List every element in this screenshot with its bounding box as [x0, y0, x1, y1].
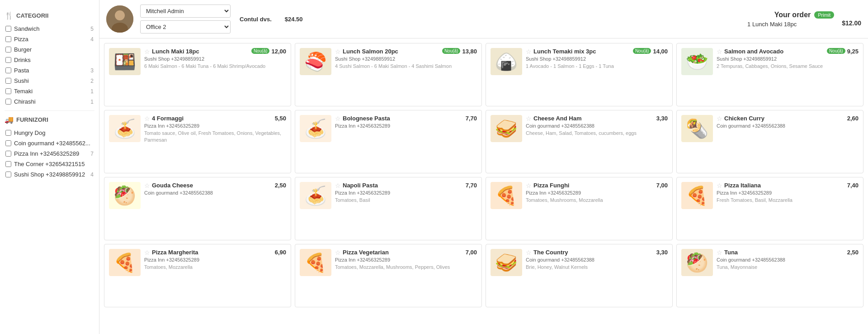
product-card-9[interactable]: 🍝 ☆ Napoli Pasta 7,70 Pizza Inn +3245632… — [295, 177, 482, 240]
sidebar-item-category-1[interactable]: Pizza 4 — [5, 34, 94, 44]
product-card-10[interactable]: 🍕 ☆ Pizza Funghi 7,00 Pizza Inn +3245632… — [486, 177, 673, 240]
product-image-8: 🥙 — [109, 182, 141, 209]
product-header-3: 🥗 ☆ Salmon and Avocado Nou(ă) 9,25 Sushi… — [681, 48, 859, 75]
product-name-row-7: ☆ Chicken Curry 2,60 — [717, 115, 859, 122]
product-name-row-11: ☆ Pizza Italiana 7,40 — [717, 182, 859, 189]
sidebar-item-category-7[interactable]: Chirashi 1 — [5, 96, 94, 107]
sidebar-item-supplier-1[interactable]: Coin gourmand +32485562... — [5, 138, 94, 148]
sidebar-item-category-0[interactable]: Sandwich 5 — [5, 24, 94, 34]
food-icon-11: 🍕 — [686, 185, 708, 206]
sidebar-item-supplier-3[interactable]: The Corner +32654321515 — [5, 159, 94, 169]
product-star-7[interactable]: ☆ — [717, 115, 722, 122]
product-vendor-7: Coin gourmand +32485562388 — [717, 123, 859, 129]
product-image-5: 🍝 — [300, 115, 331, 142]
primit-badge: Primit — [814, 11, 834, 19]
product-star-5[interactable]: ☆ — [335, 115, 341, 122]
product-badge-3: Nou(ă) — [827, 48, 845, 54]
food-icon-14: 🥪 — [495, 252, 518, 273]
order-title: Your order Primit — [747, 11, 861, 19]
supplier-checkbox-4[interactable] — [5, 172, 11, 177]
category-count-5: 2 — [90, 78, 94, 84]
product-header-8: 🥙 ☆ Gouda Cheese 2,50 Coin gourmand +324… — [109, 182, 286, 209]
supplier-checkbox-3[interactable] — [5, 161, 11, 167]
product-ingredients-11: Fresh Tomatoes, Basil, Mozzarella — [717, 197, 859, 204]
product-vendor-4: Pizza Inn +32456325289 — [144, 123, 286, 129]
sidebar-item-category-6[interactable]: Temaki 1 — [5, 86, 94, 96]
product-price-10: 7,00 — [656, 182, 668, 189]
product-star-8[interactable]: ☆ — [144, 182, 150, 189]
category-checkbox-0[interactable] — [5, 26, 11, 32]
product-header-12: 🍕 ☆ Pizza Margherita 6,90 Pizza Inn +324… — [109, 249, 286, 276]
product-card-0[interactable]: 🍱 ☆ Lunch Maki 18pc Nou(ă) 12,00 Sushi S… — [104, 43, 291, 106]
product-star-10[interactable]: ☆ — [526, 182, 532, 189]
sidebar-item-category-2[interactable]: Burger — [5, 44, 94, 55]
category-checkbox-1[interactable] — [5, 36, 11, 42]
sidebar-item-supplier-0[interactable]: Hungry Dog — [5, 128, 94, 138]
product-star-0[interactable]: ☆ — [144, 48, 150, 55]
product-ingredients-3: 2 Tempuras, Cabbages, Onions, Sesame Sau… — [717, 63, 859, 70]
category-checkbox-4[interactable] — [5, 67, 11, 73]
product-card-7[interactable]: 🌯 ☆ Chicken Curry 2,60 Coin gourmand +32… — [676, 110, 863, 173]
product-star-4[interactable]: ☆ — [144, 115, 150, 122]
product-card-1[interactable]: 🍣 ☆ Lunch Salmon 20pc Nou(ă) 13,80 Sushi… — [295, 43, 482, 106]
category-label-4: Pasta — [14, 67, 88, 74]
product-card-6[interactable]: 🥪 ☆ Cheese And Ham 3,30 Coin gourmand +3… — [486, 110, 673, 173]
product-star-13[interactable]: ☆ — [335, 249, 341, 256]
product-star-2[interactable]: ☆ — [526, 48, 532, 55]
product-star-15[interactable]: ☆ — [717, 249, 722, 256]
supplier-checkbox-0[interactable] — [5, 130, 11, 136]
supplier-checkbox-1[interactable] — [5, 140, 11, 146]
supplier-count-4: 4 — [90, 172, 94, 178]
food-icon-1: 🍣 — [304, 51, 327, 72]
product-name-row-3: ☆ Salmon and Avocado Nou(ă) 9,25 — [717, 48, 859, 55]
admin-select[interactable]: Mitchell Admin — [140, 5, 231, 18]
product-star-12[interactable]: ☆ — [144, 249, 150, 256]
product-star-6[interactable]: ☆ — [526, 115, 532, 122]
product-info-9: ☆ Napoli Pasta 7,70 Pizza Inn +324563252… — [335, 182, 477, 204]
category-checkbox-3[interactable] — [5, 57, 11, 63]
sidebar-item-category-3[interactable]: Drinks — [5, 55, 94, 65]
product-star-3[interactable]: ☆ — [717, 48, 722, 55]
product-card-12[interactable]: 🍕 ☆ Pizza Margherita 6,90 Pizza Inn +324… — [104, 244, 291, 307]
category-checkbox-2[interactable] — [5, 47, 11, 52]
product-header-14: 🥪 ☆ The Country 3,30 Coin gourmand +3248… — [491, 249, 668, 276]
product-header-2: 🍙 ☆ Lunch Temaki mix 3pc Nou(ă) 14,00 Su… — [491, 48, 668, 75]
product-star-14[interactable]: ☆ — [526, 249, 532, 256]
product-card-2[interactable]: 🍙 ☆ Lunch Temaki mix 3pc Nou(ă) 14,00 Su… — [486, 43, 673, 106]
product-name-row-0: ☆ Lunch Maki 18pc Nou(ă) 12,00 — [144, 48, 286, 55]
product-info-7: ☆ Chicken Curry 2,60 Coin gourmand +3248… — [717, 115, 859, 129]
category-label-7: Chirashi — [14, 98, 88, 105]
supplier-label-3: The Corner +32654321515 — [14, 161, 94, 167]
product-name-10: Pizza Funghi — [533, 182, 655, 189]
product-star-9[interactable]: ☆ — [335, 182, 341, 189]
product-name-13: Pizza Vegetarian — [343, 249, 464, 256]
product-card-5[interactable]: 🍝 ☆ Bolognese Pasta 7,70 Pizza Inn +3245… — [295, 110, 482, 173]
category-checkbox-7[interactable] — [5, 99, 11, 105]
sidebar-item-category-4[interactable]: Pasta 3 — [5, 65, 94, 76]
product-card-11[interactable]: 🍕 ☆ Pizza Italiana 7,40 Pizza Inn +32456… — [676, 177, 863, 240]
office-select[interactable]: Office 2 — [140, 20, 231, 33]
sidebar-item-supplier-2[interactable]: Pizza Inn +32456325289 7 — [5, 148, 94, 159]
sidebar-item-supplier-4[interactable]: Sushi Shop +32498859912 4 — [5, 169, 94, 180]
category-checkbox-6[interactable] — [5, 88, 11, 94]
sidebar-item-category-5[interactable]: Sushi 2 — [5, 76, 94, 86]
product-card-8[interactable]: 🥙 ☆ Gouda Cheese 2,50 Coin gourmand +324… — [104, 177, 291, 240]
product-card-14[interactable]: 🥪 ☆ The Country 3,30 Coin gourmand +3248… — [486, 244, 673, 307]
product-price-12: 6,90 — [275, 249, 286, 256]
sidebar: 🍴 CATEGORII Sandwich 5 Pizza 4 Burger Dr… — [0, 0, 99, 334]
product-vendor-15: Coin gourmand +32485562388 — [717, 257, 859, 262]
food-icon-10: 🍕 — [495, 185, 518, 206]
product-header-5: 🍝 ☆ Bolognese Pasta 7,70 Pizza Inn +3245… — [300, 115, 477, 142]
product-card-4[interactable]: 🍝 ☆ 4 Formaggi 5,50 Pizza Inn +324563252… — [104, 110, 291, 173]
category-checkbox-5[interactable] — [5, 78, 11, 84]
product-image-13: 🍕 — [300, 249, 331, 276]
product-card-3[interactable]: 🥗 ☆ Salmon and Avocado Nou(ă) 9,25 Sushi… — [676, 43, 863, 106]
food-icon-3: 🥗 — [686, 51, 708, 72]
product-name-8: Gouda Cheese — [152, 182, 273, 189]
supplier-checkbox-2[interactable] — [5, 151, 11, 157]
product-star-11[interactable]: ☆ — [717, 182, 722, 189]
product-card-13[interactable]: 🍕 ☆ Pizza Vegetarian 7,00 Pizza Inn +324… — [295, 244, 482, 307]
product-info-3: ☆ Salmon and Avocado Nou(ă) 9,25 Sushi S… — [717, 48, 859, 70]
product-card-15[interactable]: 🥙 ☆ Tuna 2,50 Coin gourmand +32485562388… — [676, 244, 863, 307]
product-star-1[interactable]: ☆ — [335, 48, 341, 55]
